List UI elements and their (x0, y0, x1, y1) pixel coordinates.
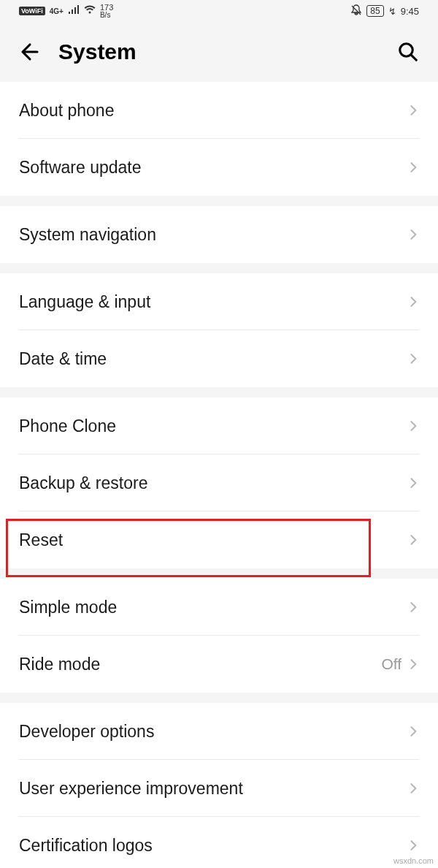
settings-row-reset[interactable]: Reset (0, 511, 438, 568)
settings-row-phone-clone[interactable]: Phone Clone (0, 397, 438, 454)
row-label: Reset (19, 530, 409, 550)
settings-row-software-update[interactable]: Software update (0, 139, 438, 196)
data-rate: 173 B/s (100, 4, 113, 19)
row-label: Phone Clone (19, 416, 409, 436)
chevron-right-icon (409, 229, 419, 240)
charging-icon: ↯ (388, 6, 396, 17)
chevron-right-icon (409, 297, 419, 307)
row-label: About phone (19, 101, 409, 121)
settings-row-date-time[interactable]: Date & time (0, 330, 438, 387)
row-label: Date & time (19, 349, 409, 369)
chevron-right-icon (409, 602, 419, 612)
settings-row-ride-mode[interactable]: Ride modeOff (0, 636, 438, 693)
vowifi-badge: VoWiFi (19, 7, 45, 15)
wifi-icon (84, 4, 96, 18)
row-label: Certification logos (19, 836, 409, 856)
chevron-right-icon (409, 783, 419, 793)
page-title: System (58, 39, 394, 64)
chevron-right-icon (409, 478, 419, 488)
row-label: Developer options (19, 722, 409, 742)
row-label: Language & input (19, 292, 409, 312)
row-label: Software update (19, 158, 409, 178)
settings-row-certification-logos[interactable]: Certification logos (0, 817, 438, 868)
row-value: Off (381, 655, 402, 673)
settings-row-user-experience[interactable]: User experience improvement (0, 760, 438, 817)
settings-row-simple-mode[interactable]: Simple mode (0, 579, 438, 636)
settings-group: Developer optionsUser experience improve… (0, 703, 438, 868)
chevron-right-icon (409, 105, 419, 115)
settings-row-language-input[interactable]: Language & input (0, 273, 438, 330)
row-label: User experience improvement (19, 779, 409, 799)
chevron-right-icon (409, 659, 419, 669)
settings-group: Phone CloneBackup & restoreReset (0, 397, 438, 568)
watermark: wsxdn.com (393, 856, 434, 865)
app-header: System (0, 22, 438, 82)
chevron-right-icon (409, 840, 419, 850)
chevron-right-icon (409, 535, 419, 545)
settings-group: System navigation (0, 206, 438, 263)
settings-row-system-navigation[interactable]: System navigation (0, 206, 438, 263)
settings-row-about-phone[interactable]: About phone (0, 82, 438, 139)
row-label: Backup & restore (19, 473, 409, 493)
svg-line-2 (411, 55, 416, 60)
chevron-right-icon (409, 421, 419, 431)
settings-group: Simple modeRide modeOff (0, 579, 438, 693)
battery-indicator: 85 (366, 5, 383, 17)
clock: 9:45 (401, 6, 419, 17)
status-left: VoWiFi 4G+ 173 B/s (19, 4, 113, 19)
status-right: 85 ↯ 9:45 (350, 4, 419, 18)
search-button[interactable] (394, 38, 422, 66)
row-label: Simple mode (19, 598, 409, 617)
back-button[interactable] (16, 38, 44, 66)
chevron-right-icon (409, 354, 419, 364)
settings-row-developer-options[interactable]: Developer options (0, 703, 438, 760)
settings-row-backup-restore[interactable]: Backup & restore (0, 454, 438, 511)
row-label: System navigation (19, 225, 409, 245)
status-bar: VoWiFi 4G+ 173 B/s 85 ↯ 9:45 (0, 0, 438, 22)
settings-group: About phoneSoftware update (0, 82, 438, 196)
chevron-right-icon (409, 162, 419, 172)
chevron-right-icon (409, 726, 419, 736)
settings-group: Language & inputDate & time (0, 273, 438, 387)
signal-icon (68, 4, 80, 18)
network-indicator: 4G+ (50, 7, 64, 15)
dnd-icon (350, 4, 362, 18)
row-label: Ride mode (19, 655, 381, 674)
